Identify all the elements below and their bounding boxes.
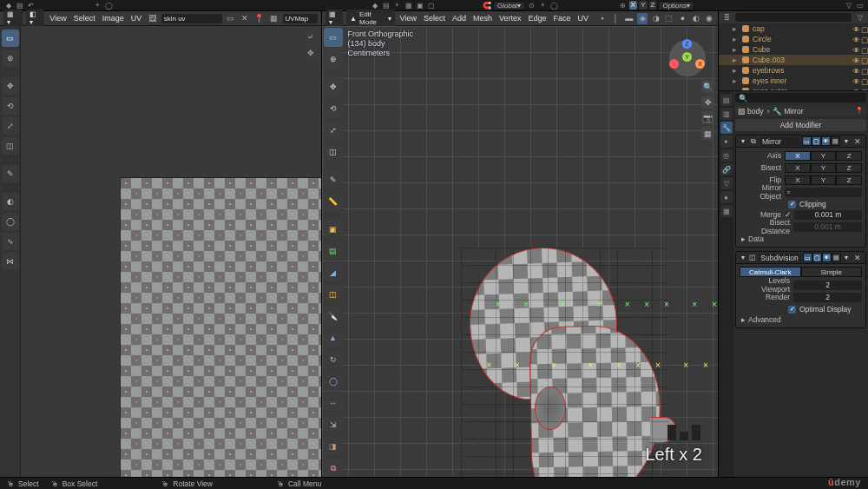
shading-mat-icon[interactable]: ◐ <box>691 13 700 24</box>
v3d-menu-mesh[interactable]: Mesh <box>471 14 494 23</box>
outliner-type-icon[interactable]: ≣ <box>722 13 732 23</box>
eye-icon[interactable]: 👁 <box>852 67 859 74</box>
v3d-tool-loopcut[interactable]: ◫ <box>324 285 343 304</box>
v3d-tool-spin[interactable]: ↻ <box>324 350 343 369</box>
file-icon[interactable]: ▤ <box>15 1 24 10</box>
new-collection-icon[interactable]: ▭ <box>855 1 865 10</box>
tab-physics[interactable]: ◎ <box>720 149 733 162</box>
persp-icon[interactable]: ▦ <box>701 127 714 140</box>
xray-icon[interactable]: ◑ <box>651 13 661 24</box>
add-modifier-button[interactable]: Add Modifier <box>735 119 866 131</box>
outliner-row[interactable]: ▸Cube.003 👁▢ <box>719 55 868 65</box>
outliner-search[interactable] <box>735 13 852 22</box>
uvmap-icon[interactable]: ▦ <box>268 13 279 24</box>
outliner-row[interactable]: ▸eyebrows 👁▢ <box>719 65 868 76</box>
tab-particles[interactable]: ✦ <box>720 135 733 148</box>
gizmo-axis-neg[interactable] <box>669 59 679 69</box>
image-link-icon[interactable]: 🖼 <box>147 13 157 24</box>
outliner-row[interactable]: ▸eyes inner 👁▢ <box>719 76 868 86</box>
outliner-row[interactable]: ▸cap 👁▢ <box>719 23 868 34</box>
restrict-icon[interactable]: ▢ <box>861 67 868 74</box>
crumb-modifier[interactable]: 🔧 Mirror <box>773 107 803 116</box>
uv-tool-relax[interactable]: ∿ <box>2 233 19 250</box>
v3d-tool-annotate[interactable]: ✎ <box>324 170 343 189</box>
axis-gizmo[interactable]: Z Y X <box>669 40 706 76</box>
overlay-toggle-icon[interactable]: ◈ <box>637 13 647 24</box>
gizmo-axis-z[interactable]: Z <box>682 39 692 49</box>
subdiv-advanced-section[interactable]: ▸ Advanced <box>740 314 862 325</box>
browse-image-icon[interactable]: ▭ <box>226 13 236 24</box>
v3d-tool-extrude[interactable]: ▣ <box>324 220 343 239</box>
gizmo-toggle-icon[interactable]: ⊕ <box>618 1 628 10</box>
v3d-tool-smooth[interactable]: ◯ <box>324 372 343 391</box>
eye-icon[interactable]: 👁 <box>852 25 859 32</box>
pin-image-icon[interactable]: 📍 <box>254 13 265 24</box>
uv-reset-view-icon[interactable]: ⤾ <box>304 30 318 43</box>
uv-tool-move[interactable]: ✥ <box>2 77 19 95</box>
uv-tool-select[interactable]: ▭ <box>2 30 19 47</box>
prop2-icon[interactable]: ◯ <box>549 1 559 10</box>
mod-menu-icon[interactable]: ▾ <box>842 137 851 146</box>
uv-menu-image[interactable]: Image <box>101 14 126 23</box>
zoom-icon[interactable]: 🔍 <box>701 80 714 93</box>
tab-constraints[interactable]: 🔗 <box>720 163 733 175</box>
camera-icon[interactable]: 📷 <box>701 111 714 124</box>
tab-render[interactable]: ▤ <box>720 94 733 106</box>
subdiv-render-level[interactable]: 2 <box>793 293 862 302</box>
undo-icon[interactable]: ↶ <box>26 1 36 10</box>
pin-icon[interactable]: 📍 <box>854 106 864 116</box>
v3d-menu-select[interactable]: Select <box>422 14 447 23</box>
uv-tool-pinch[interactable]: ⋈ <box>2 253 19 270</box>
uv-mode-dropdown[interactable]: ◧ ▾ <box>26 10 45 27</box>
v3d-tool-cursor[interactable]: ⊕ <box>324 50 343 69</box>
mirror-axis-xyz[interactable]: XYZ <box>785 151 862 161</box>
v3d-tool-bevel[interactable]: ◢ <box>324 263 343 282</box>
v3d-tool-shear[interactable]: ◨ <box>324 437 343 456</box>
uv-menu-view[interactable]: View <box>48 14 68 23</box>
sel-edge-icon[interactable]: │ <box>611 13 621 24</box>
clipping-checkbox[interactable]: ✓ <box>788 201 796 208</box>
shading-wire-icon[interactable]: ⬚ <box>664 13 674 24</box>
image-name-field[interactable]: skin uv <box>161 14 222 23</box>
v3d-tool-shrink[interactable]: ⇲ <box>324 415 343 434</box>
bisect-dist-value[interactable]: 0.001 m <box>793 222 862 232</box>
v3d-menu-view[interactable]: View <box>398 14 418 23</box>
v3d-menu-add[interactable]: Add <box>450 14 468 23</box>
mode-dropdown[interactable]: ▲ Edit Mode ▾ <box>346 10 394 27</box>
mirror-bisect-xyz[interactable]: XYZ <box>785 163 862 173</box>
v3d-tool-rip[interactable]: ⧉ <box>324 459 343 477</box>
sel-icon[interactable]: ▣ <box>415 1 424 10</box>
pivot-icon[interactable]: ⊙ <box>527 1 536 10</box>
mirror-flip-xyz[interactable]: XYZ <box>785 175 862 185</box>
tab-material[interactable]: ● <box>720 191 733 203</box>
props-search[interactable]: 🔍 <box>735 93 866 102</box>
v3d-tool-transform[interactable]: ◫ <box>324 142 343 162</box>
filter-icon[interactable]: ▽ <box>844 1 853 10</box>
v3d-tool-inset[interactable]: ▤ <box>324 241 343 261</box>
tab-data[interactable]: ▽ <box>720 177 733 189</box>
v3d-tool-scale[interactable]: ⤢ <box>324 121 343 140</box>
mod-menu-icon[interactable]: ▾ <box>843 254 851 262</box>
subdiv-display-toggles[interactable]: ▭▢👁▤ <box>803 253 841 262</box>
sel-vert-icon[interactable]: ▪ <box>597 13 607 24</box>
axis-z-toggle[interactable]: Z <box>649 1 657 10</box>
v3d-tool-measure[interactable]: 📏 <box>324 192 343 211</box>
uv-menu-uv[interactable]: UV <box>129 14 144 23</box>
unlink-image-icon[interactable]: ✕ <box>240 13 250 24</box>
mirror-remove-button[interactable]: ✕ <box>852 137 863 146</box>
v3d-menu-vertex[interactable]: Vertex <box>497 14 523 23</box>
v3d-tool-rotate[interactable]: ⟲ <box>324 99 343 118</box>
uv-tool-transform[interactable]: ◫ <box>2 137 19 155</box>
mesh-icon[interactable]: ▦ <box>404 1 413 10</box>
merge-value[interactable]: 0.001 m <box>794 210 862 220</box>
uv-tool-cursor[interactable]: ⊕ <box>2 50 19 67</box>
file-icon[interactable]: ▤ <box>381 1 391 10</box>
snap-icon[interactable]: ⌖ <box>93 1 102 10</box>
restrict-icon[interactable]: ▢ <box>861 77 868 84</box>
uv-pan-icon[interactable]: ✥ <box>304 46 318 60</box>
mirror-data-section[interactable]: ▸ Data <box>740 234 862 244</box>
prop-edit-icon[interactable]: ◯ <box>104 1 114 10</box>
sel2-icon[interactable]: ▢ <box>426 1 436 10</box>
eye-icon[interactable]: 👁 <box>852 77 859 84</box>
outliner-filter-icon[interactable]: ▽ <box>855 13 865 23</box>
